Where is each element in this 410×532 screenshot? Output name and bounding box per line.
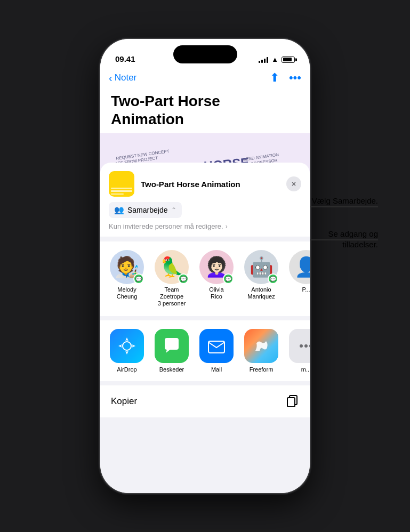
freeform-app-icon	[244, 329, 278, 363]
list-item[interactable]: Beskeder	[154, 329, 190, 373]
avatar: 🧑‍🎨 💬	[110, 250, 144, 284]
share-sheet-header: Two-Part Horse Animation × 👥 Samarbejde …	[100, 163, 310, 237]
dynamic-island	[173, 45, 237, 63]
permissions-chevron-icon: ›	[226, 223, 228, 230]
nav-bar: ‹ Noter ⬆ •••	[100, 68, 310, 88]
svg-point-36	[300, 344, 303, 348]
signal-bar-4	[267, 57, 268, 63]
avatar: 👩🏻‍🦱 💬	[199, 250, 234, 284]
app-label: AirDrop	[117, 366, 136, 373]
svg-rect-40	[287, 398, 295, 407]
wifi-icon: ▲	[271, 55, 278, 63]
svg-point-34	[123, 342, 131, 350]
person-name: Team Zoetrope3 personer	[154, 286, 190, 308]
svg-point-37	[304, 344, 308, 348]
copy-documents-icon	[285, 393, 299, 407]
close-button[interactable]: ×	[286, 176, 301, 191]
battery-icon	[282, 57, 295, 63]
app-label: Beskeder	[159, 366, 184, 373]
back-button[interactable]: ‹ Noter	[109, 72, 136, 84]
permissions-row[interactable]: Kun inviterede personer må redigere. ›	[109, 222, 301, 230]
list-item[interactable]: 🦜 💬 Team Zoetrope3 personer	[154, 250, 190, 308]
signal-bar-1	[259, 61, 260, 63]
back-chevron-icon: ‹	[109, 72, 112, 84]
phone-frame: 09.41 ▲ ‹ Noter ⬆ •••	[100, 39, 310, 493]
list-item[interactable]: m...	[288, 329, 310, 373]
back-label: Noter	[115, 72, 137, 83]
signal-bar-3	[264, 59, 266, 63]
message-badge: 💬	[268, 273, 278, 284]
messages-icon	[162, 336, 182, 356]
battery-fill	[283, 58, 292, 61]
airdrop-app-icon	[110, 329, 144, 363]
share-sheet: Two-Part Horse Animation × 👥 Samarbejde …	[100, 163, 310, 493]
message-badge: 💬	[178, 273, 189, 284]
messages-app-icon	[155, 329, 189, 363]
app-label: m...	[301, 366, 310, 373]
svg-text:tilladelser.: tilladelser.	[342, 240, 378, 249]
status-icons: ▲	[259, 55, 295, 63]
person-name: MelodyCheung	[117, 286, 138, 300]
person-avatar: 👤	[289, 250, 310, 284]
note-icon-line1	[111, 188, 132, 189]
apps-row: AirDrop Beskeder Mail	[100, 320, 310, 381]
share-note-title: Two-Part Horse Animation	[141, 180, 280, 189]
signal-bar-2	[261, 60, 263, 63]
message-badge: 💬	[223, 273, 234, 284]
list-item[interactable]: 🤖 💬 AntonioManriquez	[243, 250, 279, 308]
list-item[interactable]: Mail	[198, 329, 235, 373]
share-item-row: Two-Part Horse Animation ×	[109, 171, 301, 197]
person-name: P...	[302, 286, 310, 293]
list-item[interactable]: 👤 P...	[288, 250, 310, 308]
collaboration-icon: 👥	[114, 205, 124, 215]
note-icon-line2	[111, 190, 132, 192]
list-item[interactable]: 🧑‍🎨 💬 MelodyCheung	[109, 250, 145, 308]
app-label: Freeform	[250, 366, 274, 373]
list-item[interactable]: AirDrop	[109, 329, 145, 373]
svg-point-38	[309, 344, 310, 348]
note-app-icon	[109, 171, 134, 197]
list-item[interactable]: Freeform	[243, 329, 279, 373]
collaboration-row: 👥 Samarbejde ⌃	[109, 202, 301, 218]
more-app-icon	[289, 329, 310, 363]
airdrop-icon	[117, 336, 137, 356]
copy-row[interactable]: Kopier	[100, 385, 310, 417]
collaboration-dropdown[interactable]: 👥 Samarbejde ⌃	[109, 202, 182, 218]
note-icon-line3	[111, 194, 124, 195]
copy-icon	[285, 393, 299, 410]
collaboration-chevron-icon: ⌃	[171, 206, 176, 214]
collaboration-label: Samarbejde	[127, 206, 168, 214]
more-icon	[296, 336, 310, 356]
note-title: Two-Part HorseAnimation	[100, 88, 310, 133]
svg-text:Se adgang og: Se adgang og	[328, 229, 378, 238]
message-badge: 💬	[133, 273, 144, 284]
avatar: 👤	[289, 250, 310, 284]
freeform-icon	[251, 336, 271, 356]
people-row: 🧑‍🎨 💬 MelodyCheung 🦜 💬 Team Zoetrope3 pe…	[100, 241, 310, 316]
avatar: 🦜 💬	[155, 250, 189, 284]
share-button[interactable]: ⬆	[270, 71, 279, 85]
signal-bars-icon	[259, 57, 268, 63]
mail-icon	[206, 336, 227, 356]
permissions-text: Kun inviterede personer må redigere.	[109, 222, 223, 230]
mail-app-icon	[199, 329, 234, 363]
copy-label: Kopier	[111, 396, 137, 407]
person-name: OliviaRico	[209, 286, 224, 300]
avatar: 🤖 💬	[244, 250, 278, 284]
list-item[interactable]: 👩🏻‍🦱 💬 OliviaRico	[198, 250, 235, 308]
svg-text:Vælg Samarbejde.: Vælg Samarbejde.	[312, 196, 378, 205]
person-name: AntonioManriquez	[247, 286, 275, 300]
app-label: Mail	[211, 366, 222, 373]
nav-actions: ⬆ •••	[270, 71, 301, 85]
more-button[interactable]: •••	[289, 71, 301, 85]
